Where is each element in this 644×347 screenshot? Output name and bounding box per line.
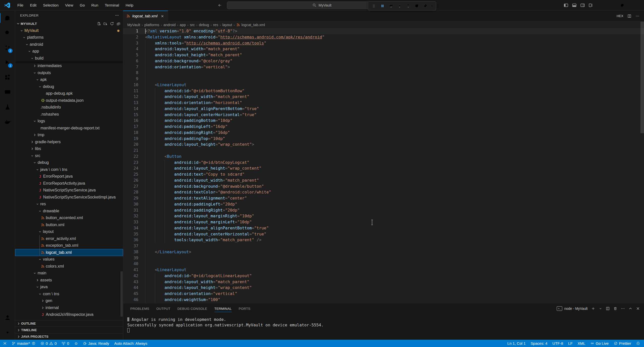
activity-search[interactable] — [0, 25, 15, 40]
split-editor-icon[interactable] — [627, 14, 631, 18]
tree-item-ErrorReportActivity.java[interactable]: JErrorReportActivity.java — [15, 180, 123, 187]
tree-item-AndroidJsV8Inspector.java[interactable]: JAndroidJsV8Inspector.java — [15, 311, 123, 318]
tree-item-gradle-helpers[interactable]: gradle-helpers — [15, 138, 123, 145]
explorer-more-actions-icon[interactable] — [115, 13, 119, 17]
step-into-button[interactable] — [396, 2, 403, 10]
tree-item-app-debug.apk[interactable]: app-debug.apk — [15, 90, 123, 97]
breadcrumb-item-debug[interactable]: debug — [199, 23, 209, 27]
panel-tab-terminal[interactable]: TERMINAL — [214, 303, 232, 314]
menu-item-terminal[interactable]: Terminal — [102, 0, 123, 10]
tab-close-icon[interactable] — [160, 14, 164, 18]
menu-item-file[interactable]: File — [14, 0, 27, 10]
tree-item-logcat_tab.xml[interactable]: logcat_tab.xml — [15, 249, 123, 256]
breadcrumb-item-src[interactable]: src — [190, 23, 195, 27]
hex-action[interactable]: HEX — [617, 14, 623, 18]
tree-item-button_accented.xml[interactable]: button_accented.xml — [15, 215, 123, 222]
menu-item-edit[interactable]: Edit — [27, 0, 40, 10]
section-outline[interactable]: OUTLINE — [15, 320, 123, 327]
maximize-panel-icon[interactable] — [628, 307, 632, 311]
tree-item-debug[interactable]: debug — [15, 83, 123, 90]
tree-item-drawable[interactable]: drawable — [15, 208, 123, 215]
tree-item-intermediates[interactable]: intermediates — [15, 63, 123, 70]
tree-item-gen[interactable]: gen — [15, 298, 123, 305]
tree-item-button.xml[interactable]: button.xml — [15, 221, 123, 228]
explorer-section-header[interactable]: MYVAULT — [15, 20, 123, 27]
step-over-button[interactable] — [387, 2, 395, 10]
activity-extensions[interactable] — [0, 70, 15, 85]
close-button[interactable] — [629, 0, 644, 11]
status-auto-attach[interactable]: Auto Attach: Always — [114, 341, 147, 345]
editor-scrollbar[interactable] — [640, 22, 644, 133]
back-arrow-icon[interactable] — [218, 3, 222, 7]
tree-item-values[interactable]: values — [15, 256, 123, 263]
tab-logcat_tab.xml[interactable]: logcat_tab.xml — [123, 11, 168, 22]
tree-item-debug[interactable]: debug — [15, 159, 123, 166]
tree-item-error_activity.xml[interactable]: error_activity.xml — [15, 235, 123, 242]
tree-item-assets[interactable]: assets — [15, 277, 123, 284]
tree-item-libs[interactable]: libs — [15, 145, 123, 153]
refresh-icon[interactable] — [110, 22, 114, 26]
menu-item-view[interactable]: View — [62, 0, 76, 10]
status-debug-status[interactable] — [74, 341, 78, 345]
close-panel-icon[interactable] — [636, 307, 640, 311]
new-file-icon[interactable] — [97, 22, 101, 26]
pause-button[interactable] — [379, 2, 386, 10]
tree-item-internal[interactable]: internal — [15, 304, 123, 311]
tree-item-com/tns[interactable]: com \ tns — [15, 290, 123, 298]
activity-remote-explorer[interactable] — [0, 85, 15, 100]
breadcrumb-item-app[interactable]: app — [180, 23, 186, 27]
status-prettier[interactable]: Prettier — [614, 341, 631, 345]
more-actions-icon[interactable] — [635, 14, 639, 18]
tree-item-output-metadata.json[interactable]: {}output-metadata.json — [15, 97, 123, 104]
tree-item-tmp[interactable]: tmp — [15, 132, 123, 139]
kill-terminal-icon[interactable] — [613, 307, 617, 311]
tree-item-logs[interactable]: logs — [15, 118, 123, 125]
tree-item-apk[interactable]: apk — [15, 76, 123, 83]
menu-item-selection[interactable]: Selection — [40, 0, 62, 10]
breadcrumb-item-android[interactable]: android — [164, 23, 176, 27]
status-indentation[interactable]: Spaces: 4 — [531, 341, 547, 345]
tree-item-NativeScriptSyncService.java[interactable]: JNativeScriptSyncService.java — [15, 187, 123, 194]
panel-tab-problems[interactable]: PROBLEMS — [130, 303, 149, 314]
activity-testing[interactable] — [0, 100, 15, 114]
panel-tab-debug-console[interactable]: DEBUG CONSOLE — [177, 303, 207, 314]
tree-item-layout[interactable]: layout — [15, 228, 123, 235]
chevron-down-icon[interactable] — [599, 307, 602, 311]
status-language-mode[interactable]: XML — [578, 341, 585, 345]
new-terminal-icon[interactable] — [591, 307, 595, 311]
sidebar-scrollbar[interactable] — [120, 271, 123, 317]
tree-item-MyVault[interactable]: MyVault — [15, 27, 123, 34]
breadcrumb-item-layout[interactable]: layout — [222, 23, 232, 27]
tree-item-manifest-merger-debug-report.txt[interactable]: manifest-merger-debug-report.txt — [15, 125, 123, 132]
breadcrumb-item-MyVault[interactable]: MyVault — [127, 23, 140, 27]
status-notifications[interactable] — [636, 341, 640, 345]
tree-item-java/com/tns[interactable]: java \ com \ tns — [15, 166, 123, 173]
layout-sidebar-right-icon[interactable] — [580, 3, 585, 8]
activity-explorer[interactable] — [0, 11, 15, 25]
disconnect-button[interactable] — [421, 2, 429, 10]
tree-item-.nsbuildinfo[interactable]: .nsbuildinfo — [15, 104, 123, 111]
tree-item-src[interactable]: src — [15, 152, 123, 159]
status-go-live[interactable]: Go Live — [590, 341, 609, 345]
layout-customize-icon[interactable] — [589, 3, 593, 8]
tree-item-NativeScriptSyncServiceSocketImpl.java[interactable]: JNativeScriptSyncServiceSocketImpl.java — [15, 194, 123, 201]
menu-item-help[interactable]: Help — [122, 0, 137, 10]
drag-grip-button[interactable] — [370, 2, 378, 10]
status-remote-indicator[interactable] — [3, 341, 7, 345]
activity-settings[interactable] — [0, 325, 15, 340]
restart-button[interactable] — [413, 2, 420, 10]
status-java-status[interactable]: Java: Ready — [83, 341, 109, 345]
tree-item-outputs[interactable]: outputs — [15, 69, 123, 76]
layout-sidebar-left-icon[interactable] — [564, 3, 568, 8]
step-out-button[interactable] — [404, 2, 412, 10]
split-terminal-icon[interactable] — [606, 307, 610, 311]
code-editor[interactable]: 1<?xml version="1.0" encoding="utf-8"?>2… — [123, 28, 644, 303]
breadcrumb-item-logcat_tab.xml[interactable]: logcat_tab.xml — [236, 23, 265, 27]
activity-account[interactable] — [0, 310, 15, 325]
chevron-down-button[interactable] — [430, 2, 434, 10]
status-ports[interactable]: 0 — [62, 341, 69, 345]
section-timeline[interactable]: TIMELINE — [15, 327, 123, 333]
status-encoding[interactable]: UTF-8 — [552, 341, 563, 345]
more-actions-icon[interactable] — [621, 307, 625, 311]
tree-item-main[interactable]: main — [15, 270, 123, 277]
